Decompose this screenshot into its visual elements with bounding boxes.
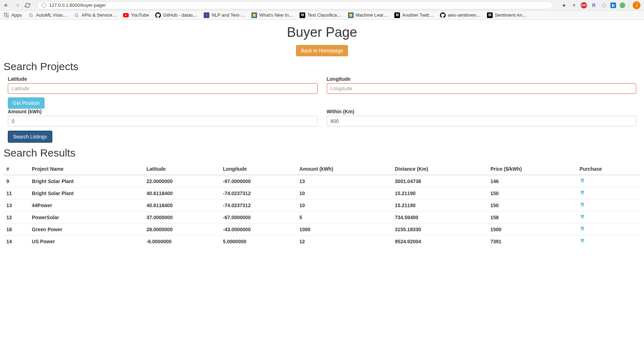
url-text: 127.0.0.1:8000/buyer-page/ [49, 2, 106, 8]
longitude-label: Longitude [327, 76, 637, 82]
cart-icon[interactable] [580, 239, 585, 244]
amount-input[interactable] [8, 116, 318, 126]
bookmark-favicon [123, 12, 129, 18]
svg-rect-5 [7, 15, 8, 16]
svg-rect-1 [6, 13, 7, 14]
table-cell: 5.0000000 [220, 235, 296, 248]
bookmark-item[interactable]: MText Classifica… [300, 12, 341, 18]
purchase-cell [577, 235, 640, 248]
table-cell: PowerSolar [29, 211, 144, 223]
bookmark-item[interactable]: ↑NLP and Text-… [204, 12, 245, 18]
table-cell: 11 [4, 187, 29, 199]
toolbar-extensions: ◈ ☆ ABP R ◯ ◧ J [561, 1, 640, 9]
bookmark-item[interactable]: GitHub - datas… [155, 12, 197, 18]
longitude-input[interactable] [327, 83, 637, 94]
forward-icon[interactable] [14, 2, 20, 8]
bookmark-item[interactable]: YouTube [123, 12, 149, 18]
bookmark-label: aws-sentimen… [448, 12, 481, 18]
purchase-cell [577, 187, 640, 199]
table-cell: US Power [29, 235, 144, 248]
table-cell: 9 [4, 175, 29, 187]
table-cell: 13 [4, 199, 29, 211]
bookmark-item[interactable]: GAPIs & Service… [74, 12, 117, 18]
bookmark-favicon [155, 12, 161, 18]
svg-rect-0 [4, 13, 5, 14]
table-cell: 150 [488, 187, 577, 199]
back-icon[interactable] [4, 2, 9, 8]
bookmark-item[interactable]: Machine Lear… [348, 12, 388, 18]
table-header: Amount (kWh) [296, 163, 392, 175]
cart-icon[interactable] [580, 178, 585, 184]
separator [629, 2, 629, 8]
table-cell: Green Power [29, 223, 144, 235]
get-position-button[interactable]: Get Position [8, 97, 45, 109]
cart-icon[interactable] [580, 203, 585, 208]
cart-icon[interactable] [580, 191, 585, 196]
info-icon[interactable]: i [41, 3, 46, 8]
table-cell: 1000 [296, 223, 392, 235]
cart-icon[interactable] [580, 215, 585, 220]
purchase-cell [577, 211, 640, 223]
table-cell: -43.0000000 [220, 223, 296, 235]
purchase-cell [577, 199, 640, 211]
bookmark-label: GitHub - datas… [163, 12, 197, 18]
table-cell: 5 [296, 211, 392, 223]
r-extension-icon[interactable]: R [591, 2, 597, 8]
table-cell: -67.0000000 [220, 211, 296, 223]
table-header: Price ($/kWh) [488, 163, 577, 175]
svg-rect-2 [7, 13, 8, 14]
green-extension-icon[interactable] [620, 2, 625, 8]
svg-rect-11 [253, 14, 256, 17]
cart-icon[interactable] [580, 227, 585, 232]
svg-rect-7 [6, 16, 7, 17]
bookmark-label: Machine Lear… [356, 12, 388, 18]
table-header: Project Name [29, 163, 144, 175]
abp-icon[interactable]: ABP [581, 2, 587, 8]
table-cell: 3001.04738 [392, 175, 488, 187]
bookmark-favicon [4, 12, 9, 18]
square-extension-icon[interactable]: ◧ [610, 2, 616, 8]
location-icon[interactable]: ◈ [561, 2, 567, 8]
purchase-cell [577, 223, 640, 235]
bookmark-item[interactable]: MAnother Twitt… [394, 12, 434, 18]
svg-rect-3 [4, 15, 5, 16]
page-title: Buyer Page [4, 25, 640, 40]
bookmark-item[interactable]: aws-sentimen… [440, 12, 481, 18]
table-header: Longitude [220, 163, 296, 175]
svg-rect-8 [7, 16, 8, 17]
bookmark-item[interactable]: GAutoML Visio… [28, 12, 68, 18]
bookmark-item[interactable]: What's New In… [251, 12, 293, 18]
bookmark-item[interactable]: Apps [4, 12, 22, 18]
table-cell: 9524.92004 [392, 235, 488, 248]
reload-icon[interactable] [25, 2, 30, 8]
table-cell: 10 [296, 199, 392, 211]
table-header: # [4, 163, 29, 175]
table-cell: 10 [296, 187, 392, 199]
table-cell: 150 [488, 199, 577, 211]
within-input[interactable] [327, 116, 637, 126]
latitude-input[interactable] [8, 83, 318, 94]
svg-rect-13 [349, 14, 352, 17]
star-icon[interactable]: ☆ [571, 2, 577, 8]
results-table: #Project NameLatitudeLongitudeAmount (kW… [4, 163, 640, 247]
table-cell: 12 [296, 235, 392, 248]
back-home-button[interactable]: Back to Homepage [296, 45, 348, 56]
table-cell: -6.0000000 [144, 235, 220, 248]
circle-extension-icon[interactable]: ◯ [601, 2, 607, 8]
address-bar[interactable]: i 127.0.0.1:8000/buyer-page/ [37, 1, 552, 9]
bookmark-label: YouTube [131, 12, 149, 18]
profile-avatar[interactable]: J [633, 1, 640, 9]
bookmark-label: NLP and Text-… [211, 12, 245, 18]
table-cell: 28.0000000 [144, 223, 220, 235]
bookmark-label: APIs & Service… [82, 12, 117, 18]
bookmark-item[interactable]: MSentiment An… [487, 12, 527, 18]
search-listings-button[interactable]: Search Listings [8, 131, 52, 143]
table-cell: -97.0000000 [220, 175, 296, 187]
table-cell: 7391 [488, 235, 577, 248]
within-label: Within (Km) [327, 109, 637, 114]
search-results-heading: Search Results [4, 147, 640, 159]
table-cell: Bright Solar Plant [29, 175, 144, 187]
bookmark-favicon [348, 12, 354, 18]
page-content: Buyer Page Back to Homepage Search Proje… [0, 20, 644, 254]
table-row: 14US Power-6.00000005.0000000129524.9200… [4, 235, 640, 248]
